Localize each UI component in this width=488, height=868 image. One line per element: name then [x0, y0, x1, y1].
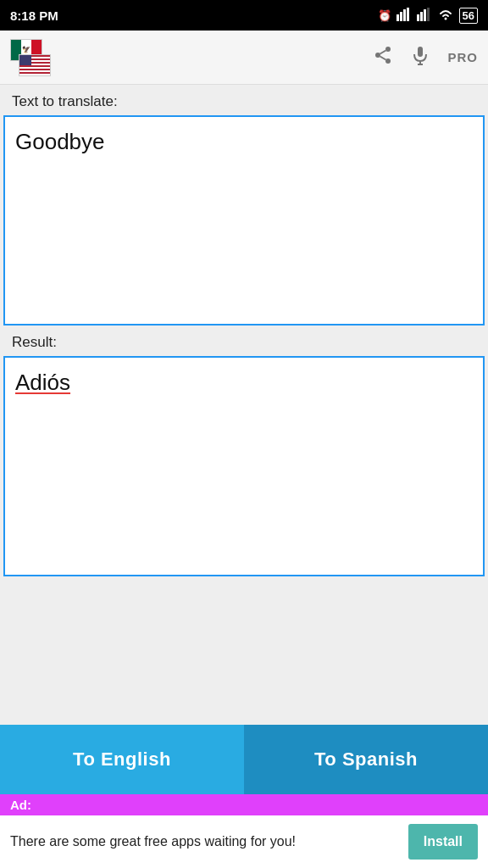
svg-rect-4	[417, 14, 419, 21]
app-bar-actions: PRO	[373, 45, 478, 70]
battery-icon: 56	[459, 8, 478, 24]
install-button[interactable]: Install	[408, 824, 478, 860]
signal-icon	[396, 8, 412, 24]
svg-line-13	[380, 50, 386, 53]
svg-rect-7	[427, 8, 430, 21]
status-icons: ⏰ 56	[378, 8, 478, 24]
input-label: Text to translate:	[0, 85, 488, 115]
result-label: Result:	[0, 326, 488, 356]
svg-point-11	[385, 58, 391, 64]
signal2-icon	[417, 8, 432, 24]
main-content: Text to translate: Result: Adiós	[0, 85, 488, 725]
app-bar: 🦅 PRO	[0, 31, 488, 85]
ad-label: Ad:	[0, 794, 488, 815]
svg-line-12	[380, 56, 386, 59]
microphone-icon[interactable]	[410, 45, 430, 70]
svg-rect-0	[396, 14, 399, 21]
svg-point-9	[385, 47, 391, 52]
svg-rect-6	[424, 9, 426, 21]
input-wrapper	[3, 115, 485, 326]
to-spanish-button[interactable]: To Spanish	[244, 725, 488, 794]
alarm-icon: ⏰	[378, 9, 391, 22]
svg-point-10	[375, 53, 380, 58]
svg-rect-3	[407, 8, 409, 21]
pro-label[interactable]: PRO	[447, 50, 478, 64]
translate-input[interactable]	[5, 117, 483, 320]
wifi-icon	[437, 8, 454, 24]
share-icon[interactable]	[373, 45, 393, 70]
usa-flag	[19, 54, 51, 76]
to-english-button[interactable]: To English	[0, 725, 244, 794]
status-bar: 8:18 PM ⏰ 56	[0, 0, 488, 31]
svg-rect-14	[418, 47, 423, 57]
svg-point-8	[444, 17, 446, 19]
ad-content: There are some great free apps waiting f…	[0, 815, 488, 868]
language-flags: 🦅	[10, 37, 54, 78]
button-row: To English To Spanish	[0, 725, 488, 794]
result-text: Adiós	[15, 370, 70, 395]
svg-rect-5	[420, 12, 423, 21]
svg-rect-1	[400, 12, 402, 21]
result-wrapper: Adiós	[3, 356, 485, 576]
ad-text: There are some great free apps waiting f…	[10, 832, 396, 851]
svg-rect-2	[403, 9, 406, 21]
status-time: 8:18 PM	[10, 8, 58, 23]
